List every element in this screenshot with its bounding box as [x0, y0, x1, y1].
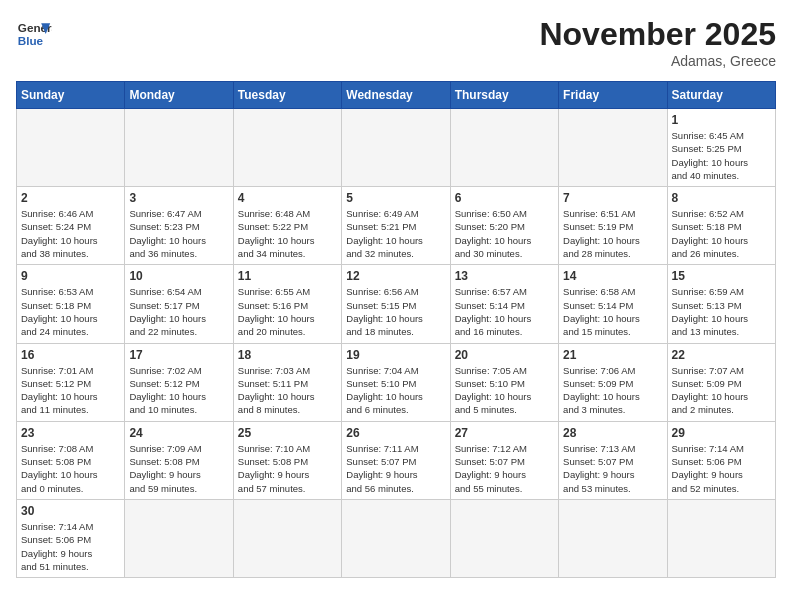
calendar-week-5: 23Sunrise: 7:08 AM Sunset: 5:08 PM Dayli…: [17, 421, 776, 499]
day-number: 28: [563, 426, 662, 440]
calendar-cell: 1Sunrise: 6:45 AM Sunset: 5:25 PM Daylig…: [667, 109, 775, 187]
calendar-table: SundayMondayTuesdayWednesdayThursdayFrid…: [16, 81, 776, 578]
calendar-week-3: 9Sunrise: 6:53 AM Sunset: 5:18 PM Daylig…: [17, 265, 776, 343]
day-info: Sunrise: 7:01 AM Sunset: 5:12 PM Dayligh…: [21, 364, 120, 417]
calendar-week-4: 16Sunrise: 7:01 AM Sunset: 5:12 PM Dayli…: [17, 343, 776, 421]
weekday-header-thursday: Thursday: [450, 82, 558, 109]
weekday-header-saturday: Saturday: [667, 82, 775, 109]
day-info: Sunrise: 7:03 AM Sunset: 5:11 PM Dayligh…: [238, 364, 337, 417]
day-number: 27: [455, 426, 554, 440]
month-title: November 2025: [539, 16, 776, 53]
day-info: Sunrise: 7:06 AM Sunset: 5:09 PM Dayligh…: [563, 364, 662, 417]
calendar-cell: 26Sunrise: 7:11 AM Sunset: 5:07 PM Dayli…: [342, 421, 450, 499]
day-info: Sunrise: 6:46 AM Sunset: 5:24 PM Dayligh…: [21, 207, 120, 260]
day-number: 16: [21, 348, 120, 362]
logo: General Blue: [16, 16, 56, 52]
day-info: Sunrise: 6:53 AM Sunset: 5:18 PM Dayligh…: [21, 285, 120, 338]
day-info: Sunrise: 6:49 AM Sunset: 5:21 PM Dayligh…: [346, 207, 445, 260]
day-info: Sunrise: 7:09 AM Sunset: 5:08 PM Dayligh…: [129, 442, 228, 495]
day-number: 7: [563, 191, 662, 205]
calendar-cell: 7Sunrise: 6:51 AM Sunset: 5:19 PM Daylig…: [559, 187, 667, 265]
calendar-week-1: 1Sunrise: 6:45 AM Sunset: 5:25 PM Daylig…: [17, 109, 776, 187]
day-info: Sunrise: 7:14 AM Sunset: 5:06 PM Dayligh…: [672, 442, 771, 495]
day-info: Sunrise: 6:55 AM Sunset: 5:16 PM Dayligh…: [238, 285, 337, 338]
day-info: Sunrise: 7:08 AM Sunset: 5:08 PM Dayligh…: [21, 442, 120, 495]
day-info: Sunrise: 6:59 AM Sunset: 5:13 PM Dayligh…: [672, 285, 771, 338]
calendar-cell: 14Sunrise: 6:58 AM Sunset: 5:14 PM Dayli…: [559, 265, 667, 343]
day-info: Sunrise: 7:02 AM Sunset: 5:12 PM Dayligh…: [129, 364, 228, 417]
calendar-cell: 12Sunrise: 6:56 AM Sunset: 5:15 PM Dayli…: [342, 265, 450, 343]
calendar-cell: [125, 499, 233, 577]
calendar-cell: [559, 109, 667, 187]
day-info: Sunrise: 7:11 AM Sunset: 5:07 PM Dayligh…: [346, 442, 445, 495]
weekday-header-row: SundayMondayTuesdayWednesdayThursdayFrid…: [17, 82, 776, 109]
calendar-cell: 11Sunrise: 6:55 AM Sunset: 5:16 PM Dayli…: [233, 265, 341, 343]
calendar-cell: 15Sunrise: 6:59 AM Sunset: 5:13 PM Dayli…: [667, 265, 775, 343]
day-number: 11: [238, 269, 337, 283]
day-info: Sunrise: 6:45 AM Sunset: 5:25 PM Dayligh…: [672, 129, 771, 182]
day-info: Sunrise: 6:57 AM Sunset: 5:14 PM Dayligh…: [455, 285, 554, 338]
title-block: November 2025 Adamas, Greece: [539, 16, 776, 69]
calendar-week-6: 30Sunrise: 7:14 AM Sunset: 5:06 PM Dayli…: [17, 499, 776, 577]
day-number: 30: [21, 504, 120, 518]
calendar-cell: [233, 109, 341, 187]
day-info: Sunrise: 7:05 AM Sunset: 5:10 PM Dayligh…: [455, 364, 554, 417]
day-number: 23: [21, 426, 120, 440]
day-number: 29: [672, 426, 771, 440]
day-number: 18: [238, 348, 337, 362]
calendar-cell: 13Sunrise: 6:57 AM Sunset: 5:14 PM Dayli…: [450, 265, 558, 343]
day-number: 8: [672, 191, 771, 205]
day-info: Sunrise: 7:14 AM Sunset: 5:06 PM Dayligh…: [21, 520, 120, 573]
calendar-cell: 10Sunrise: 6:54 AM Sunset: 5:17 PM Dayli…: [125, 265, 233, 343]
calendar-cell: 22Sunrise: 7:07 AM Sunset: 5:09 PM Dayli…: [667, 343, 775, 421]
calendar-cell: 8Sunrise: 6:52 AM Sunset: 5:18 PM Daylig…: [667, 187, 775, 265]
calendar-cell: [17, 109, 125, 187]
calendar-cell: 16Sunrise: 7:01 AM Sunset: 5:12 PM Dayli…: [17, 343, 125, 421]
weekday-header-wednesday: Wednesday: [342, 82, 450, 109]
day-info: Sunrise: 6:48 AM Sunset: 5:22 PM Dayligh…: [238, 207, 337, 260]
day-info: Sunrise: 7:04 AM Sunset: 5:10 PM Dayligh…: [346, 364, 445, 417]
day-info: Sunrise: 7:13 AM Sunset: 5:07 PM Dayligh…: [563, 442, 662, 495]
calendar-cell: 4Sunrise: 6:48 AM Sunset: 5:22 PM Daylig…: [233, 187, 341, 265]
day-number: 17: [129, 348, 228, 362]
weekday-header-monday: Monday: [125, 82, 233, 109]
calendar-cell: 30Sunrise: 7:14 AM Sunset: 5:06 PM Dayli…: [17, 499, 125, 577]
day-number: 4: [238, 191, 337, 205]
calendar-cell: [342, 499, 450, 577]
day-number: 21: [563, 348, 662, 362]
calendar-cell: 17Sunrise: 7:02 AM Sunset: 5:12 PM Dayli…: [125, 343, 233, 421]
day-number: 24: [129, 426, 228, 440]
day-info: Sunrise: 6:50 AM Sunset: 5:20 PM Dayligh…: [455, 207, 554, 260]
calendar-cell: 24Sunrise: 7:09 AM Sunset: 5:08 PM Dayli…: [125, 421, 233, 499]
day-number: 9: [21, 269, 120, 283]
day-number: 1: [672, 113, 771, 127]
calendar-cell: 20Sunrise: 7:05 AM Sunset: 5:10 PM Dayli…: [450, 343, 558, 421]
day-number: 10: [129, 269, 228, 283]
weekday-header-tuesday: Tuesday: [233, 82, 341, 109]
logo-icon: General Blue: [16, 16, 52, 52]
calendar-cell: 25Sunrise: 7:10 AM Sunset: 5:08 PM Dayli…: [233, 421, 341, 499]
day-number: 13: [455, 269, 554, 283]
calendar-cell: [233, 499, 341, 577]
calendar-cell: 2Sunrise: 6:46 AM Sunset: 5:24 PM Daylig…: [17, 187, 125, 265]
day-info: Sunrise: 7:10 AM Sunset: 5:08 PM Dayligh…: [238, 442, 337, 495]
calendar-week-2: 2Sunrise: 6:46 AM Sunset: 5:24 PM Daylig…: [17, 187, 776, 265]
calendar-cell: 29Sunrise: 7:14 AM Sunset: 5:06 PM Dayli…: [667, 421, 775, 499]
day-info: Sunrise: 6:58 AM Sunset: 5:14 PM Dayligh…: [563, 285, 662, 338]
day-number: 5: [346, 191, 445, 205]
day-number: 15: [672, 269, 771, 283]
calendar-cell: [125, 109, 233, 187]
day-number: 20: [455, 348, 554, 362]
calendar-cell: 28Sunrise: 7:13 AM Sunset: 5:07 PM Dayli…: [559, 421, 667, 499]
calendar-cell: [667, 499, 775, 577]
day-number: 19: [346, 348, 445, 362]
day-number: 14: [563, 269, 662, 283]
location: Adamas, Greece: [539, 53, 776, 69]
calendar-cell: 3Sunrise: 6:47 AM Sunset: 5:23 PM Daylig…: [125, 187, 233, 265]
day-number: 26: [346, 426, 445, 440]
day-info: Sunrise: 7:12 AM Sunset: 5:07 PM Dayligh…: [455, 442, 554, 495]
day-number: 2: [21, 191, 120, 205]
calendar-cell: 27Sunrise: 7:12 AM Sunset: 5:07 PM Dayli…: [450, 421, 558, 499]
day-info: Sunrise: 6:56 AM Sunset: 5:15 PM Dayligh…: [346, 285, 445, 338]
day-number: 12: [346, 269, 445, 283]
